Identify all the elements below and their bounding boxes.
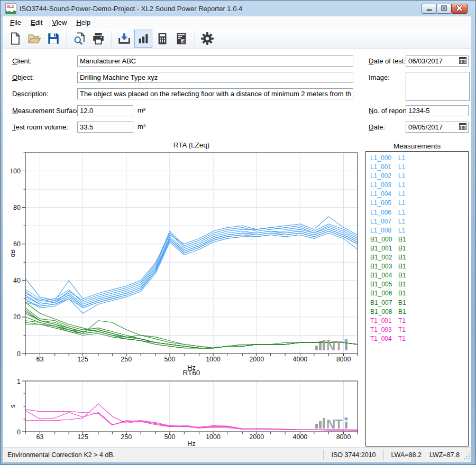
- measurement-item[interactable]: L1_006L1: [366, 208, 468, 217]
- svg-text:125: 125: [77, 433, 88, 441]
- print-button[interactable]: [89, 30, 107, 48]
- measurement-name: T1_001: [370, 317, 395, 326]
- measurement-tag: L1: [398, 163, 405, 172]
- measurement-name: L1_003: [370, 181, 395, 190]
- measurement-name: B1_004: [370, 271, 395, 280]
- measurement-tag: B1: [398, 280, 406, 289]
- measurement-item[interactable]: L1_000L1: [366, 154, 468, 163]
- svg-text:100: 100: [11, 168, 21, 175]
- measurement-item[interactable]: L1_008L1: [366, 226, 468, 235]
- measurement-tag: B1: [398, 262, 406, 271]
- measurement-tag: B1: [398, 271, 406, 280]
- date-input[interactable]: [406, 123, 457, 131]
- svg-text:8000: 8000: [336, 356, 351, 363]
- image-box[interactable]: [406, 72, 470, 101]
- surface-input[interactable]: [77, 105, 133, 116]
- measurement-item[interactable]: T1_004T1: [366, 334, 468, 343]
- measurement-item[interactable]: L1_005L1: [366, 199, 468, 208]
- volume-unit: m³: [138, 123, 145, 131]
- measurement-item[interactable]: B1_007B1: [366, 299, 468, 308]
- svg-text:40: 40: [13, 277, 21, 284]
- svg-text:4000: 4000: [292, 433, 307, 441]
- measurement-name: T1_003: [370, 326, 395, 334]
- client-label: Client:: [12, 57, 32, 65]
- resize-grip[interactable]: [463, 453, 470, 461]
- measurement-item[interactable]: B1_005B1: [366, 280, 468, 289]
- save-project-button[interactable]: [44, 30, 62, 48]
- title-bar[interactable]: XL2 ISO3744-Sound-Power-Demo-Project - X…: [1, 1, 475, 16]
- measurement-item[interactable]: B1_001B1: [366, 244, 468, 253]
- save-project-icon: [47, 32, 60, 45]
- measurement-item[interactable]: B1_006B1: [366, 289, 468, 298]
- window-title: ISO3744-Sound-Power-Demo-Project - XL2 S…: [20, 5, 242, 13]
- measurement-tag: T1: [398, 317, 406, 326]
- date-field: [406, 122, 469, 133]
- measurement-item[interactable]: L1_007L1: [366, 217, 468, 226]
- measurements-title: Measurements: [365, 142, 469, 150]
- measurement-item[interactable]: L1_003L1: [366, 181, 468, 190]
- measurement-item[interactable]: T1_003T1: [366, 326, 468, 334]
- open-project-icon: [28, 32, 41, 45]
- svg-text:4000: 4000: [292, 356, 307, 363]
- svg-text:RT60: RT60: [183, 369, 200, 377]
- client-input[interactable]: [77, 55, 353, 67]
- measurement-tag: L1: [398, 217, 405, 226]
- svg-text:1000: 1000: [206, 433, 221, 441]
- svg-text:2000: 2000: [249, 433, 264, 441]
- report-no-label: No. of report:: [369, 107, 409, 115]
- surface-unit: m²: [138, 106, 145, 114]
- description-input[interactable]: [77, 88, 353, 99]
- status-standard: ISO 3744:2010: [324, 451, 383, 459]
- measurement-item[interactable]: L1_002L1: [366, 172, 468, 181]
- measurement-name: L1_007: [370, 217, 395, 226]
- measurement-tag: L1: [398, 190, 405, 199]
- measurement-item[interactable]: B1_000B1: [366, 235, 468, 244]
- measurement-name: L1_006: [370, 208, 395, 217]
- calculator-button[interactable]: [153, 30, 171, 48]
- surface-label: Measurement Surface:: [12, 107, 82, 115]
- open-project-button[interactable]: [25, 30, 43, 48]
- status-bar: Environmental Correction K2 > 4 dB. ISO …: [3, 447, 471, 462]
- settings-button[interactable]: [198, 30, 216, 48]
- minimize-button[interactable]: [422, 4, 437, 14]
- date-of-test-input[interactable]: [406, 57, 457, 65]
- measurement-item[interactable]: T1_001T1: [366, 317, 468, 326]
- date-of-test-label: Date of test:: [369, 57, 406, 65]
- new-document-button[interactable]: [6, 30, 24, 48]
- date-of-test-field: [406, 55, 469, 67]
- svg-text:NT: NT: [326, 339, 343, 353]
- svg-text:NT: NT: [326, 417, 343, 431]
- object-input[interactable]: [77, 72, 353, 83]
- charts-view-button[interactable]: [134, 30, 152, 48]
- measurement-item[interactable]: B1_003B1: [366, 262, 468, 271]
- svg-text:500: 500: [164, 433, 175, 441]
- export-button[interactable]: [115, 30, 133, 48]
- report-no-input[interactable]: [406, 105, 469, 116]
- menu-item-view[interactable]: View: [47, 17, 71, 27]
- measurement-name: B1_002: [370, 253, 395, 262]
- status-levels: LWA=88.2 LWZ=87.8: [384, 451, 471, 459]
- svg-text:0: 0: [17, 350, 21, 358]
- measurement-tag: L1: [398, 154, 405, 163]
- measurement-item[interactable]: L1_001L1: [366, 163, 468, 172]
- restore-button[interactable]: [436, 4, 452, 14]
- measurement-item[interactable]: B1_002B1: [366, 253, 468, 262]
- toolbar-separator: [112, 31, 112, 46]
- svg-text:2000: 2000: [249, 356, 264, 363]
- print-preview-button[interactable]: [70, 30, 88, 48]
- date-picker-button[interactable]: [457, 122, 468, 132]
- report-button[interactable]: [172, 30, 190, 48]
- minimize-icon: [422, 4, 436, 14]
- nti-logo: NT: [315, 339, 348, 353]
- menu-item-help[interactable]: Help: [71, 17, 95, 27]
- svg-text:20: 20: [13, 313, 21, 321]
- menu-item-file[interactable]: File: [5, 17, 26, 27]
- measurement-item[interactable]: B1_008B1: [366, 308, 468, 317]
- measurement-item[interactable]: B1_004B1: [366, 271, 468, 280]
- measurement-tag: B1: [398, 308, 406, 317]
- close-button[interactable]: [451, 4, 468, 14]
- volume-input[interactable]: [77, 122, 133, 133]
- menu-item-edit[interactable]: Edit: [26, 17, 47, 27]
- date-of-test-picker-button[interactable]: [457, 56, 468, 66]
- measurement-item[interactable]: L1_004L1: [366, 190, 468, 199]
